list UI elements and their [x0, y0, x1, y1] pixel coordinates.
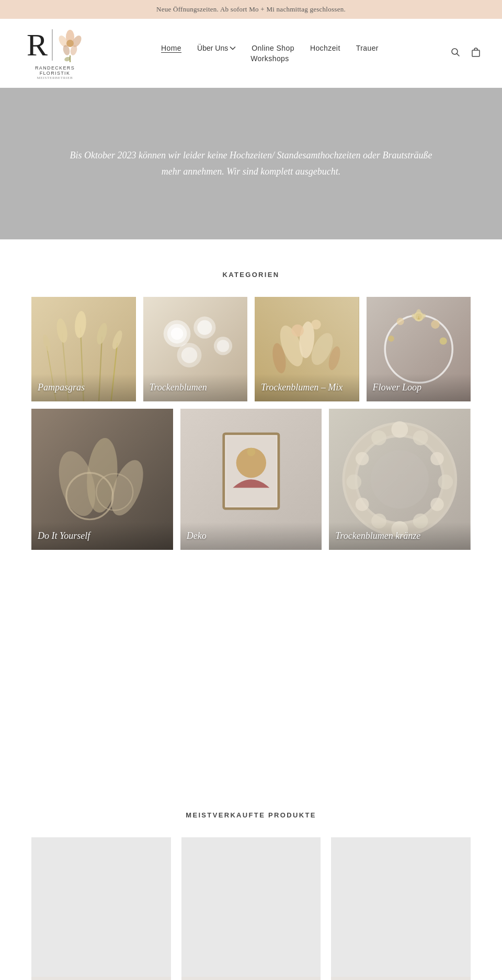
category-label-trockenblumen-mix: Trockenblumen – Mix: [255, 374, 359, 401]
category-label-kranzeX: Trockenblumen kränze: [329, 522, 471, 550]
logo-letter: R: [27, 29, 48, 61]
svg-point-76: [347, 474, 362, 489]
nav-online-shop[interactable]: Online Shop: [252, 44, 294, 52]
nav-trauer[interactable]: Trauer: [356, 44, 379, 52]
empty-section: [0, 571, 502, 780]
svg-point-27: [170, 328, 182, 340]
svg-point-70: [438, 474, 453, 489]
product-card-1[interactable]: [31, 837, 171, 980]
categories-title: KATEGORIEN: [31, 271, 471, 279]
product-img-2-visual: [181, 977, 321, 980]
bestsellers-title: MEISTVERKAUFTE PRODUKTE: [31, 811, 471, 819]
logo[interactable]: R RANDECKERS FLORISTIK MEISTERBETRIEB: [21, 27, 89, 80]
header: R RANDECKERS FLORISTIK MEISTERBETRIEB: [0, 19, 502, 88]
category-card-trockenblumen-mix[interactable]: Trockenblumen – Mix: [255, 297, 359, 401]
svg-point-31: [216, 340, 229, 352]
category-label-pampasgras: Pampasgras: [31, 374, 136, 401]
svg-point-47: [439, 337, 447, 344]
category-card-trockenblumen[interactable]: Trockenblumen: [143, 297, 248, 401]
svg-rect-80: [31, 977, 171, 980]
product-image-2: [181, 837, 321, 980]
svg-point-46: [431, 320, 439, 329]
bestsellers-section: MEISTVERKAUFTE PRODUKTE: [0, 780, 502, 980]
header-icons: [451, 47, 481, 60]
category-card-deko[interactable]: Deko: [180, 409, 322, 550]
svg-point-48: [396, 318, 404, 325]
logo-divider: [52, 29, 53, 61]
category-card-flower-loop[interactable]: Flower Loop: [367, 297, 471, 401]
category-label-diy: Do It Yourself: [31, 522, 173, 550]
category-label-trockenblumen: Trockenblumen: [143, 374, 248, 401]
svg-point-38: [291, 325, 303, 337]
svg-point-49: [388, 336, 394, 342]
product-card-2[interactable]: [181, 837, 321, 980]
nav-ueber-uns[interactable]: Über Uns: [197, 44, 236, 52]
category-card-diy[interactable]: Do It Yourself: [31, 409, 173, 550]
categories-section: KATEGORIEN: [0, 239, 502, 571]
product-image-3: [331, 837, 471, 980]
category-label-deko: Deko: [180, 522, 322, 550]
svg-point-69: [431, 452, 444, 465]
svg-point-29: [197, 320, 212, 335]
svg-point-68: [413, 430, 428, 445]
svg-point-67: [392, 421, 408, 437]
svg-point-77: [356, 452, 369, 465]
svg-rect-82: [331, 977, 471, 980]
cart-button[interactable]: [471, 47, 481, 60]
category-label-flower-loop: Flower Loop: [367, 374, 471, 401]
hero-text: Bis Oktober 2023 können wir leider keine…: [63, 147, 439, 179]
nav-workshops[interactable]: Workshops: [250, 54, 289, 63]
categories-grid-row1: Pampasgras: [31, 297, 471, 401]
main-nav: Home Über Uns Online Shop Hochzeit Traue…: [161, 44, 379, 63]
logo-flower-icon: [57, 27, 83, 63]
product-img-1-visual: [31, 977, 171, 980]
search-button[interactable]: [451, 48, 460, 60]
svg-point-33: [181, 347, 197, 363]
category-card-kranzeX[interactable]: Trockenblumen kränze: [329, 409, 471, 550]
category-card-pampasgras[interactable]: Pampasgras: [31, 297, 136, 401]
svg-point-75: [356, 498, 369, 511]
logo-subtitle: MEISTERBETRIEB: [37, 76, 73, 80]
categories-grid-row2: Do It Yourself: [31, 409, 471, 550]
svg-point-78: [372, 430, 387, 445]
svg-line-9: [457, 53, 459, 56]
svg-point-5: [66, 40, 74, 47]
announcement-bar: Neue Öffnungszeiten. Ab sofort Mo + Mi n…: [0, 0, 502, 19]
svg-point-39: [311, 319, 321, 329]
svg-point-63: [247, 447, 255, 456]
nav-hochzeit[interactable]: Hochzeit: [310, 44, 340, 52]
svg-rect-10: [472, 50, 480, 56]
logo-name: RANDECKERS FLORISTIK: [21, 65, 89, 76]
svg-point-79: [371, 450, 429, 508]
hero-section: Bis Oktober 2023 können wir leider keine…: [0, 88, 502, 239]
product-img-3-visual: [331, 977, 471, 980]
products-grid: [31, 837, 471, 980]
product-image-1: [31, 837, 171, 980]
svg-rect-81: [181, 977, 321, 980]
svg-point-71: [431, 498, 444, 511]
announcement-text: Neue Öffnungszeiten. Ab sofort Mo + Mi n…: [156, 5, 346, 13]
nav-home[interactable]: Home: [161, 44, 181, 52]
product-card-3[interactable]: [331, 837, 471, 980]
